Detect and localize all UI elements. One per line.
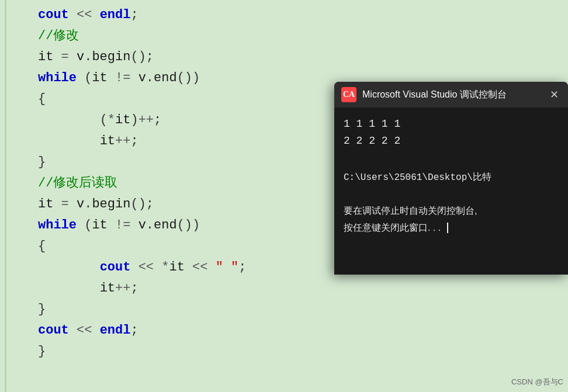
terminal-close-button[interactable]: ✕ [547,88,561,102]
code-line-4: while (it != v.end()) [38,68,339,89]
code-line-5: { [38,89,339,110]
code-line-9: //修改后读取 [38,173,339,194]
code-text: { [38,89,339,110]
terminal-app-icon: CA [341,87,356,102]
code-text: } [38,341,339,362]
terminal-title: Microsoft Visual Studio 调试控制台 [362,89,541,101]
terminal-cursor [447,223,448,233]
terminal-titlebar: CA Microsoft Visual Studio 调试控制台 ✕ [334,82,568,107]
code-line-15: } [38,299,339,320]
code-text: it = v.begin(); [38,47,339,68]
code-line-1: cout << endl; [38,5,339,26]
code-line-16: cout << endl; [38,320,339,341]
code-content: cout << endl; //修改 it = v.begin(); while… [6,0,339,367]
code-text: cout << endl; [38,320,339,341]
code-text: cout << *it << " "; [38,257,339,278]
code-line-7: it++; [38,131,339,152]
terminal-info-line-1: 要在调试停止时自动关闭控制台, [344,206,477,216]
code-text: while (it != v.end()) [38,68,339,89]
code-line-10: it = v.begin(); [38,194,339,215]
code-text: while (it != v.end()) [38,215,339,236]
csdn-watermark: CSDN @吾与C [511,377,563,387]
code-text: //修改后读取 [38,173,339,194]
code-line-2: //修改 [38,26,339,47]
code-text: //修改 [38,26,339,47]
code-line-3: it = v.begin(); [38,47,339,68]
terminal-output-line-2: 2 2 2 2 2 [344,133,559,150]
code-text: it++; [38,131,339,152]
terminal-path-line: C:\Users\25061\Desktop\比特 [344,171,559,186]
terminal-info-line-2: 按任意键关闭此窗口. . . [344,223,441,233]
terminal-output-line-1: 1 1 1 1 1 [344,116,559,133]
code-text: it++; [38,278,339,299]
code-text: (*it)++; [38,110,339,131]
code-text: cout << endl; [38,5,339,26]
code-line-11: while (it != v.end()) [38,215,339,236]
code-line-14: it++; [38,278,339,299]
code-text: { [38,236,339,257]
code-line-13: cout << *it << " "; [38,257,339,278]
code-line-12: { [38,236,339,257]
code-line-8: } [38,152,339,173]
terminal-window: CA Microsoft Visual Studio 调试控制台 ✕ 1 1 1… [334,82,568,275]
terminal-body: 1 1 1 1 1 2 2 2 2 2 C:\Users\25061\Deskt… [334,107,568,275]
code-text: } [38,299,339,320]
code-text: } [38,152,339,173]
code-editor-panel: cout << endl; //修改 it = v.begin(); while… [0,0,339,392]
code-line-6: (*it)++; [38,110,339,131]
code-line-17: } [38,341,339,362]
code-text: it = v.begin(); [38,194,339,215]
